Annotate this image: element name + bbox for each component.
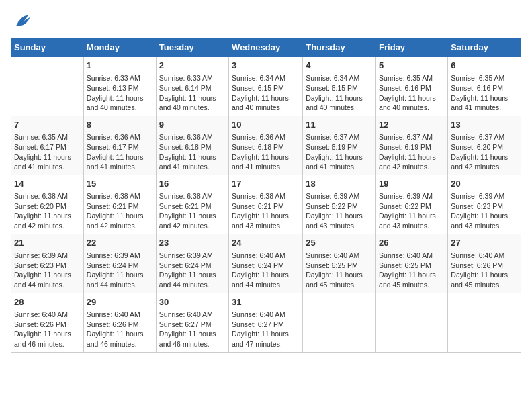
- day-cell: [376, 293, 448, 352]
- day-cell: 11Sunrise: 6:37 AM Sunset: 6:19 PM Dayli…: [303, 116, 376, 175]
- week-row-4: 21Sunrise: 6:39 AM Sunset: 6:23 PM Dayli…: [11, 234, 521, 293]
- day-cell: 2Sunrise: 6:33 AM Sunset: 6:14 PM Daylig…: [156, 57, 228, 116]
- day-cell: 9Sunrise: 6:36 AM Sunset: 6:18 PM Daylig…: [156, 116, 228, 175]
- day-info: Sunrise: 6:40 AM Sunset: 6:26 PM Dayligh…: [451, 250, 518, 290]
- day-cell: 28Sunrise: 6:40 AM Sunset: 6:26 PM Dayli…: [11, 293, 84, 352]
- day-info: Sunrise: 6:39 AM Sunset: 6:22 PM Dayligh…: [306, 191, 373, 231]
- day-info: Sunrise: 6:34 AM Sunset: 6:15 PM Dayligh…: [306, 73, 373, 113]
- day-info: Sunrise: 6:40 AM Sunset: 6:26 PM Dayligh…: [14, 310, 81, 349]
- day-info: Sunrise: 6:35 AM Sunset: 6:16 PM Dayligh…: [451, 73, 518, 113]
- day-cell: [303, 293, 376, 352]
- day-cell: 20Sunrise: 6:39 AM Sunset: 6:23 PM Dayli…: [448, 175, 521, 234]
- day-info: Sunrise: 6:36 AM Sunset: 6:17 PM Dayligh…: [87, 132, 153, 172]
- day-number: 3: [232, 60, 300, 72]
- day-info: Sunrise: 6:39 AM Sunset: 6:23 PM Dayligh…: [451, 191, 518, 231]
- day-cell: 8Sunrise: 6:36 AM Sunset: 6:17 PM Daylig…: [83, 116, 156, 175]
- day-cell: 6Sunrise: 6:35 AM Sunset: 6:16 PM Daylig…: [448, 57, 521, 116]
- day-number: 28: [14, 296, 81, 308]
- weekday-header-row: SundayMondayTuesdayWednesdayThursdayFrid…: [11, 38, 521, 57]
- day-cell: 4Sunrise: 6:34 AM Sunset: 6:15 PM Daylig…: [303, 57, 376, 116]
- calendar-header: SundayMondayTuesdayWednesdayThursdayFrid…: [11, 38, 521, 57]
- day-info: Sunrise: 6:37 AM Sunset: 6:19 PM Dayligh…: [306, 132, 373, 172]
- day-number: 27: [451, 237, 518, 249]
- day-info: Sunrise: 6:33 AM Sunset: 6:13 PM Dayligh…: [87, 73, 153, 113]
- day-number: 16: [159, 178, 226, 190]
- day-number: 17: [232, 178, 300, 190]
- day-info: Sunrise: 6:40 AM Sunset: 6:27 PM Dayligh…: [232, 310, 300, 349]
- day-info: Sunrise: 6:40 AM Sunset: 6:25 PM Dayligh…: [306, 250, 373, 290]
- weekday-header-sunday: Sunday: [11, 38, 84, 57]
- day-info: Sunrise: 6:35 AM Sunset: 6:17 PM Dayligh…: [14, 132, 81, 172]
- day-cell: 30Sunrise: 6:40 AM Sunset: 6:27 PM Dayli…: [156, 293, 228, 352]
- day-cell: [11, 57, 84, 116]
- day-number: 1: [87, 60, 153, 72]
- week-row-3: 14Sunrise: 6:38 AM Sunset: 6:20 PM Dayli…: [11, 175, 521, 234]
- day-cell: 29Sunrise: 6:40 AM Sunset: 6:26 PM Dayli…: [83, 293, 156, 352]
- day-info: Sunrise: 6:39 AM Sunset: 6:24 PM Dayligh…: [159, 250, 226, 290]
- day-number: 26: [379, 237, 445, 249]
- day-info: Sunrise: 6:40 AM Sunset: 6:25 PM Dayligh…: [379, 250, 445, 290]
- day-cell: 18Sunrise: 6:39 AM Sunset: 6:22 PM Dayli…: [303, 175, 376, 234]
- day-cell: 23Sunrise: 6:39 AM Sunset: 6:24 PM Dayli…: [156, 234, 228, 293]
- day-number: 9: [159, 119, 226, 131]
- day-cell: 21Sunrise: 6:39 AM Sunset: 6:23 PM Dayli…: [11, 234, 84, 293]
- day-info: Sunrise: 6:39 AM Sunset: 6:22 PM Dayligh…: [379, 191, 445, 231]
- day-info: Sunrise: 6:36 AM Sunset: 6:18 PM Dayligh…: [232, 132, 300, 172]
- week-row-5: 28Sunrise: 6:40 AM Sunset: 6:26 PM Dayli…: [11, 293, 521, 352]
- day-number: 11: [306, 119, 373, 131]
- weekday-header-friday: Friday: [376, 38, 448, 57]
- day-number: 29: [87, 296, 153, 308]
- day-info: Sunrise: 6:36 AM Sunset: 6:18 PM Dayligh…: [159, 132, 226, 172]
- day-info: Sunrise: 6:40 AM Sunset: 6:24 PM Dayligh…: [232, 250, 300, 290]
- day-number: 6: [451, 60, 518, 72]
- calendar-table: SundayMondayTuesdayWednesdayThursdayFrid…: [11, 38, 521, 353]
- week-row-2: 7Sunrise: 6:35 AM Sunset: 6:17 PM Daylig…: [11, 116, 521, 175]
- day-info: Sunrise: 6:37 AM Sunset: 6:20 PM Dayligh…: [451, 132, 518, 172]
- day-info: Sunrise: 6:38 AM Sunset: 6:20 PM Dayligh…: [14, 191, 81, 231]
- day-cell: 14Sunrise: 6:38 AM Sunset: 6:20 PM Dayli…: [11, 175, 84, 234]
- day-number: 10: [232, 119, 300, 131]
- weekday-header-wednesday: Wednesday: [229, 38, 303, 57]
- day-number: 8: [87, 119, 153, 131]
- day-cell: 27Sunrise: 6:40 AM Sunset: 6:26 PM Dayli…: [448, 234, 521, 293]
- day-info: Sunrise: 6:40 AM Sunset: 6:27 PM Dayligh…: [159, 310, 226, 349]
- day-number: 23: [159, 237, 226, 249]
- day-info: Sunrise: 6:33 AM Sunset: 6:14 PM Dayligh…: [159, 73, 226, 113]
- day-number: 24: [232, 237, 300, 249]
- weekday-header-monday: Monday: [83, 38, 156, 57]
- day-info: Sunrise: 6:38 AM Sunset: 6:21 PM Dayligh…: [159, 191, 226, 231]
- logo-icon: [11, 11, 32, 32]
- day-info: Sunrise: 6:34 AM Sunset: 6:15 PM Dayligh…: [232, 73, 300, 113]
- day-info: Sunrise: 6:40 AM Sunset: 6:26 PM Dayligh…: [87, 310, 153, 349]
- day-cell: 24Sunrise: 6:40 AM Sunset: 6:24 PM Dayli…: [229, 234, 303, 293]
- page-header: [11, 11, 521, 32]
- day-number: 22: [87, 237, 153, 249]
- day-number: 7: [14, 119, 81, 131]
- day-info: Sunrise: 6:38 AM Sunset: 6:21 PM Dayligh…: [232, 191, 300, 231]
- day-cell: 15Sunrise: 6:38 AM Sunset: 6:21 PM Dayli…: [83, 175, 156, 234]
- day-cell: 12Sunrise: 6:37 AM Sunset: 6:19 PM Dayli…: [376, 116, 448, 175]
- weekday-header-thursday: Thursday: [303, 38, 376, 57]
- day-cell: 19Sunrise: 6:39 AM Sunset: 6:22 PM Dayli…: [376, 175, 448, 234]
- day-cell: 10Sunrise: 6:36 AM Sunset: 6:18 PM Dayli…: [229, 116, 303, 175]
- weekday-header-saturday: Saturday: [448, 38, 521, 57]
- day-number: 2: [159, 60, 226, 72]
- day-number: 5: [379, 60, 445, 72]
- day-number: 18: [306, 178, 373, 190]
- day-cell: [448, 293, 521, 352]
- day-info: Sunrise: 6:37 AM Sunset: 6:19 PM Dayligh…: [379, 132, 445, 172]
- day-cell: 26Sunrise: 6:40 AM Sunset: 6:25 PM Dayli…: [376, 234, 448, 293]
- day-info: Sunrise: 6:39 AM Sunset: 6:23 PM Dayligh…: [14, 250, 81, 290]
- day-number: 12: [379, 119, 445, 131]
- day-number: 25: [306, 237, 373, 249]
- day-number: 4: [306, 60, 373, 72]
- day-cell: 17Sunrise: 6:38 AM Sunset: 6:21 PM Dayli…: [229, 175, 303, 234]
- day-cell: 13Sunrise: 6:37 AM Sunset: 6:20 PM Dayli…: [448, 116, 521, 175]
- day-info: Sunrise: 6:39 AM Sunset: 6:24 PM Dayligh…: [87, 250, 153, 290]
- day-cell: 7Sunrise: 6:35 AM Sunset: 6:17 PM Daylig…: [11, 116, 84, 175]
- day-number: 14: [14, 178, 81, 190]
- day-number: 21: [14, 237, 81, 249]
- day-cell: 3Sunrise: 6:34 AM Sunset: 6:15 PM Daylig…: [229, 57, 303, 116]
- day-number: 31: [232, 296, 300, 308]
- weekday-header-tuesday: Tuesday: [156, 38, 228, 57]
